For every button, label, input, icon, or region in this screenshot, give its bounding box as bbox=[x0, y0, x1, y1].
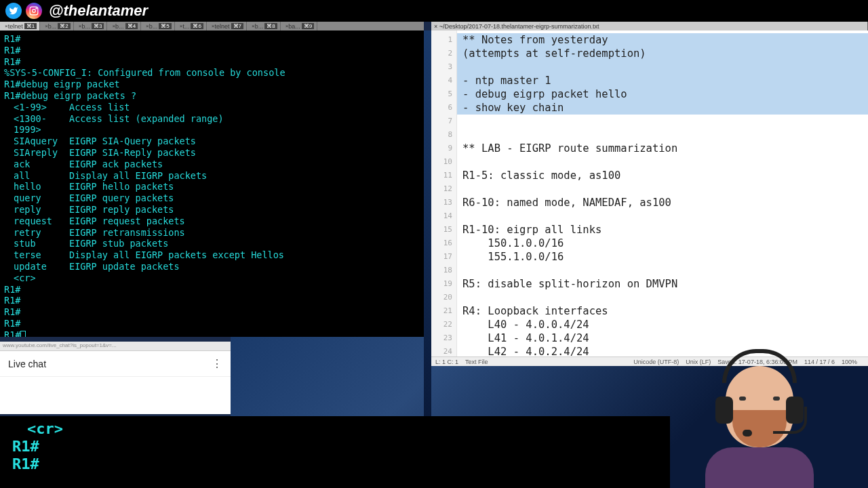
zoomed-terminal-panel: <cr> R1# R1# bbox=[0, 416, 670, 488]
zoom-line: R1# bbox=[12, 438, 658, 455]
terminal-help-row: retryEIGRP retransmissions bbox=[4, 227, 420, 239]
zoom-line: R1# bbox=[12, 455, 658, 473]
editor-line[interactable] bbox=[462, 209, 868, 223]
editor-line[interactable] bbox=[462, 155, 868, 169]
terminal-help-row: helloEIGRP hello packets bbox=[4, 181, 420, 192]
svg-point-2 bbox=[36, 8, 37, 9]
terminal-tab[interactable]: × telnet ⌘1 bbox=[0, 22, 40, 30]
editor-line[interactable]: R4: Loopback interfaces bbox=[462, 304, 868, 318]
terminal-line: R1# bbox=[4, 33, 420, 45]
editor-line[interactable]: L40 - 4.0.0.4/24 bbox=[462, 318, 868, 331]
terminal-help-row: requestEIGRP request packets bbox=[4, 216, 420, 227]
terminal-tab[interactable]: × b... ⌘3 bbox=[74, 22, 108, 30]
gutter-line-number: 15 bbox=[431, 223, 456, 237]
social-handle: @thelantamer bbox=[49, 2, 148, 20]
status-filetype: Text File bbox=[465, 359, 488, 365]
gutter-line-number: 2 bbox=[431, 47, 456, 60]
terminal-line: R1# bbox=[4, 318, 420, 329]
terminal-line: R1#debug eigrp packet bbox=[4, 79, 420, 90]
instagram-icon[interactable] bbox=[26, 3, 42, 19]
terminal-help-row: queryEIGRP query packets bbox=[4, 192, 420, 204]
editor-line[interactable] bbox=[462, 115, 868, 128]
editor-line[interactable] bbox=[457, 60, 868, 74]
gutter-line-number: 3 bbox=[431, 60, 456, 74]
editor-gutter: 123456789101112131415161718192021222324 bbox=[431, 30, 457, 366]
gutter-line-number: 4 bbox=[431, 74, 456, 87]
editor-line[interactable]: - ntp master 1 bbox=[457, 74, 868, 87]
live-chat-menu-icon[interactable]: ⋮ bbox=[212, 357, 222, 370]
editor-tab[interactable]: × ~/Desktop/2017-07-18.thelantamer-eigrp… bbox=[431, 22, 868, 30]
gutter-line-number: 9 bbox=[431, 142, 456, 155]
live-chat-window[interactable]: www.youtube.com/live_chat?is_popout=1&v=… bbox=[0, 342, 231, 414]
gutter-line-number: 14 bbox=[431, 209, 456, 223]
gutter-line-number: 11 bbox=[431, 169, 456, 182]
terminal-line: R1# bbox=[4, 295, 420, 306]
text-editor-window[interactable]: 123456789101112131415161718192021222324 … bbox=[431, 30, 868, 366]
gutter-line-number: 10 bbox=[431, 155, 456, 169]
editor-line[interactable] bbox=[462, 128, 868, 142]
editor-line[interactable]: R6-10: named mode, NAMEDAF, as100 bbox=[462, 196, 868, 209]
terminal-tab[interactable]: × ba... ⌘9 bbox=[281, 22, 318, 30]
terminal-help-row: allDisplay all EIGRP packets bbox=[4, 170, 420, 182]
terminal-tab[interactable]: × b... ⌘4 bbox=[107, 22, 141, 30]
terminal-help-row: stubEIGRP stub packets bbox=[4, 238, 420, 249]
status-encoding: Unicode (UTF-8) bbox=[633, 359, 679, 365]
editor-line[interactable] bbox=[462, 182, 868, 196]
editor-line[interactable] bbox=[462, 264, 868, 277]
desktop-background-gap bbox=[424, 30, 431, 417]
terminal-tab[interactable]: × t... ⌘6 bbox=[175, 22, 207, 30]
gutter-line-number: 17 bbox=[431, 250, 456, 264]
terminal-line: R1# bbox=[4, 306, 420, 318]
terminal-help-row: <1-99>Access list bbox=[4, 102, 420, 113]
editor-line[interactable]: 155.1.0.0/16 bbox=[462, 250, 868, 264]
terminal-line: %SYS-5-CONFIG_I: Configured from console… bbox=[4, 67, 420, 79]
editor-line[interactable]: ** LAB - EIGRP route summarization bbox=[462, 142, 868, 155]
editor-line[interactable]: 150.1.0.0/16 bbox=[462, 237, 868, 250]
gutter-line-number: 7 bbox=[431, 115, 456, 128]
stream-banner: @thelantamer bbox=[0, 0, 868, 22]
editor-line[interactable] bbox=[462, 291, 868, 304]
editor-line[interactable]: (attempts at self-redemption) bbox=[457, 47, 868, 60]
twitter-icon[interactable] bbox=[5, 3, 22, 19]
gutter-line-number: 22 bbox=[431, 318, 456, 331]
terminal-cursor bbox=[20, 331, 26, 337]
editor-line[interactable]: R1-10: eigrp all links bbox=[462, 223, 868, 237]
editor-line[interactable]: ** Notes from yesterday bbox=[457, 33, 868, 47]
terminal-help-row: ackEIGRP ack packets bbox=[4, 159, 420, 170]
terminal-line: R1# bbox=[4, 329, 420, 337]
editor-line[interactable]: R1-5: classic mode, as100 bbox=[462, 169, 868, 182]
gutter-line-number: 18 bbox=[431, 264, 456, 277]
live-chat-body[interactable] bbox=[0, 377, 231, 414]
terminal-help-row: replyEIGRP reply packets bbox=[4, 204, 420, 216]
editor-tabstrip[interactable]: × ~/Desktop/2017-07-18.thelantamer-eigrp… bbox=[431, 22, 868, 30]
editor-line[interactable]: R5: disable split-horizon on DMVPN bbox=[462, 277, 868, 291]
zoom-line: <cr> bbox=[12, 420, 658, 438]
terminal-window[interactable]: R1#R1#R1#%SYS-5-CONFIG_I: Configured fro… bbox=[0, 30, 424, 337]
terminal-help-row: SIAqueryEIGRP SIA-Query packets bbox=[4, 136, 420, 147]
webcam-overlay bbox=[692, 332, 827, 488]
gutter-line-number: 16 bbox=[431, 237, 456, 250]
terminal-help-row: <cr> bbox=[4, 272, 420, 284]
gutter-line-number: 21 bbox=[431, 304, 456, 318]
terminal-line: R1# bbox=[4, 45, 420, 56]
live-chat-header: Live chat ⋮ bbox=[0, 351, 231, 377]
status-zoom: 100% bbox=[842, 359, 857, 365]
terminal-tab[interactable]: × b... ⌘8 bbox=[247, 22, 281, 30]
terminal-help-row: terseDisplay all EIGRP packets except He… bbox=[4, 249, 420, 261]
editor-line[interactable]: - debug eigrp packet hello bbox=[457, 87, 868, 101]
gutter-line-number: 20 bbox=[431, 291, 456, 304]
gutter-line-number: 12 bbox=[431, 182, 456, 196]
terminal-tab[interactable]: × telnet ⌘7 bbox=[207, 22, 247, 30]
status-position: L: 1 C: 1 bbox=[435, 359, 458, 365]
gutter-line-number: 5 bbox=[431, 87, 456, 101]
terminal-tab[interactable]: × b... ⌘2 bbox=[40, 22, 74, 30]
terminal-help-row: <1300-1999>Access list (expanded range) bbox=[4, 113, 420, 136]
editor-body[interactable]: ** Notes from yesterday(attempts at self… bbox=[457, 30, 868, 366]
gutter-line-number: 19 bbox=[431, 277, 456, 291]
editor-line[interactable]: - show key chain bbox=[457, 101, 868, 115]
terminal-tab[interactable]: × b... ⌘5 bbox=[141, 22, 175, 30]
terminal-help-row: updateEIGRP update packets bbox=[4, 261, 420, 272]
gutter-line-number: 1 bbox=[431, 33, 456, 47]
terminal-tabstrip[interactable]: × telnet ⌘1× b... ⌘2× b... ⌘3× b... ⌘4× … bbox=[0, 22, 424, 30]
terminal-help-row: SIAreplyEIGRP SIA-Reply packets bbox=[4, 147, 420, 159]
